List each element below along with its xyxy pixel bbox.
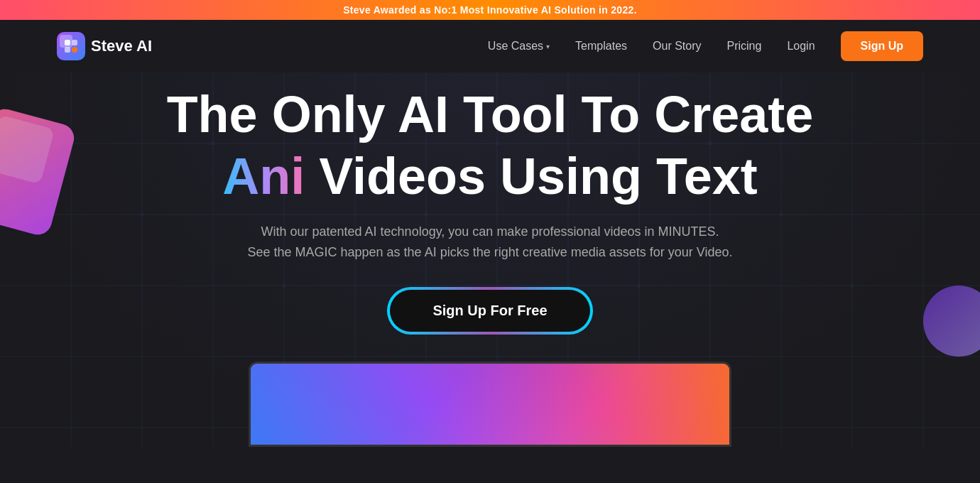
logo[interactable]: Steve AI bbox=[57, 32, 152, 60]
logo-text: Steve AI bbox=[91, 37, 152, 55]
nav-item-pricing[interactable]: Pricing bbox=[727, 40, 762, 53]
svg-rect-1 bbox=[72, 40, 77, 45]
svg-rect-2 bbox=[65, 47, 70, 53]
logo-icon bbox=[57, 32, 85, 60]
login-link[interactable]: Login bbox=[787, 40, 815, 53]
svg-point-3 bbox=[72, 47, 77, 53]
hero-title-suffix: Videos Using Text bbox=[305, 148, 758, 205]
svg-point-23 bbox=[141, 213, 143, 216]
signup-free-button[interactable]: Sign Up For Free bbox=[388, 288, 591, 333]
video-content bbox=[251, 364, 729, 445]
svg-point-28 bbox=[638, 284, 641, 287]
svg-point-31 bbox=[851, 284, 854, 287]
nav-item-templates[interactable]: Templates bbox=[575, 40, 627, 53]
announcement-bar: Steve Awarded as No:1 Most Innovative AI… bbox=[0, 0, 980, 20]
announcement-text: Steve Awarded as No:1 Most Innovative AI… bbox=[343, 4, 637, 16]
video-frame bbox=[249, 362, 731, 447]
svg-rect-0 bbox=[65, 40, 70, 45]
hero-title-line2: Ani Videos Using Text bbox=[28, 148, 952, 205]
svg-point-25 bbox=[283, 284, 285, 287]
nav-links: Use Cases ▾ Templates Our Story Pricing … bbox=[488, 31, 923, 61]
hero-subtitle: With our patented AI technology, you can… bbox=[28, 222, 952, 263]
nav-item-use-cases[interactable]: Use Cases ▾ bbox=[488, 40, 550, 53]
navbar: Steve AI Use Cases ▾ Templates Our Story… bbox=[0, 20, 980, 72]
svg-point-26 bbox=[425, 213, 428, 216]
video-preview bbox=[249, 362, 731, 447]
hero-ani-text: Ani bbox=[222, 148, 305, 205]
nav-item-our-story[interactable]: Our Story bbox=[653, 40, 701, 53]
cta-wrapper: Sign Up For Free bbox=[388, 288, 591, 333]
chevron-down-icon: ▾ bbox=[546, 43, 550, 50]
svg-point-30 bbox=[780, 213, 783, 216]
hero-title-line1: The Only AI Tool To Create bbox=[28, 87, 952, 143]
signup-button[interactable]: Sign Up bbox=[841, 31, 923, 61]
hero-section: The Only AI Tool To Create Ani Videos Us… bbox=[0, 72, 980, 447]
